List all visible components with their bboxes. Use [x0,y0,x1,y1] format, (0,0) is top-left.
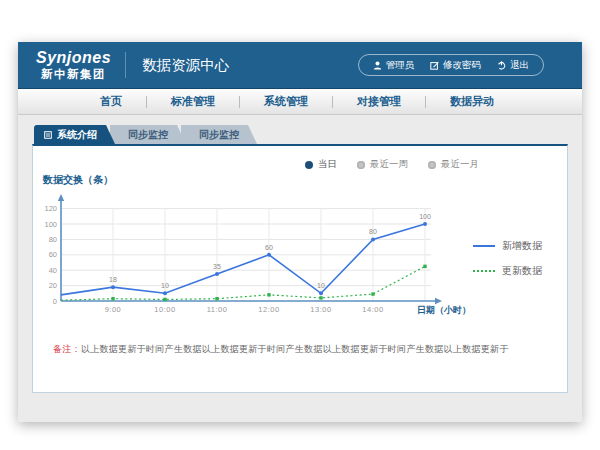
range-filters: 当日最近一周最近一月 [33,146,567,171]
nav-item-1[interactable]: 标准管理 [147,94,239,109]
user-name-item[interactable]: 管理员 [365,59,423,72]
radio-range-0[interactable]: 当日 [305,158,337,171]
radio-label-0: 当日 [318,158,337,171]
content-area: 系统介绍同步监控同步监控 当日最近一周最近一月 数据交换（条） 02040608… [18,115,582,422]
tab-1[interactable]: 同步监控 [110,125,186,144]
data-label: 60 [265,244,273,251]
data-point [163,291,167,295]
footnote: 备注：以上数据更新于时间产生数据以上数据更新于时间产生数据以上数据更新于时间产生… [53,343,567,356]
y-axis-title: 数据交换（条） [43,173,567,187]
radio-label-2: 最近一月 [441,158,479,171]
legend-label-0: 新增数据 [502,239,542,253]
nav-item-0[interactable]: 首页 [76,94,146,109]
data-label: 18 [109,276,117,283]
app-window: Synjones 新中新集团 数据资源中心 管理员 修改密码 [18,42,582,422]
y-axis-arrow [58,194,64,201]
data-point [267,253,271,257]
user-menu: 管理员 修改密码 退出 [358,54,545,76]
tab-doc-icon [44,131,52,139]
nav-item-4[interactable]: 数据异动 [426,94,518,109]
user-name-label: 管理员 [386,59,415,72]
footnote-text: 以上数据更新于时间产生数据以上数据更新于时间产生数据以上数据更新于时间产生数据以… [81,344,509,354]
logo-company: 新中新集团 [36,69,111,81]
x-axis-title: 日期（小时） [417,305,471,315]
tab-0[interactable]: 系统介绍 [34,125,115,144]
data-label: 35 [213,263,221,270]
logout-label: 退出 [510,59,529,72]
power-icon [497,61,506,70]
radio-range-2[interactable]: 最近一月 [428,158,479,171]
data-point [319,296,322,299]
chart-panel: 当日最近一周最近一月 数据交换（条） 0204060801001209:0010… [32,144,568,393]
y-tick-label: 20 [49,281,57,290]
legend-label-1: 更新数据 [502,264,542,278]
series-line-1 [61,266,425,300]
radio-range-1[interactable]: 最近一周 [357,158,408,171]
chart-legend: 新增数据更新数据 [473,239,542,278]
legend-item-1: 更新数据 [473,264,542,278]
x-tick-label: 10:00 [154,305,175,314]
data-point [111,285,115,289]
x-tick-label: 14:00 [362,305,383,314]
tab-bar: 系统介绍同步监控同步监控 [34,125,568,144]
x-tick-label: 11:00 [207,305,228,314]
nav-item-2[interactable]: 系统管理 [240,94,332,109]
edit-icon [430,61,439,70]
y-tick-label: 100 [44,220,57,229]
legend-item-0: 新增数据 [473,239,542,253]
tab-2[interactable]: 同步监控 [181,125,257,144]
data-label: 10 [161,282,169,289]
y-tick-label: 120 [44,204,57,213]
radio-icon [357,161,365,169]
tab-label-2: 同步监控 [199,125,239,144]
app-header: Synjones 新中新集团 数据资源中心 管理员 修改密码 [18,42,582,89]
change-password-button[interactable]: 修改密码 [422,59,489,72]
legend-line-sample [473,245,495,247]
logout-button[interactable]: 退出 [489,59,537,72]
y-tick-label: 60 [49,250,57,259]
data-point [371,237,375,241]
radio-selected-icon [305,161,313,169]
x-tick-label: 9:00 [105,305,122,314]
footnote-label: 备注： [53,344,81,354]
x-axis-arrow [435,298,442,304]
data-point [267,293,270,296]
x-tick-label: 13:00 [310,305,331,314]
data-label: 80 [369,228,377,235]
main-nav: 首页标准管理系统管理对接管理数据异动 [18,89,582,115]
data-point [423,265,426,268]
y-tick-label: 80 [49,235,57,244]
data-label: 100 [419,213,431,220]
tab-label-0: 系统介绍 [57,125,97,144]
radio-icon [428,161,436,169]
data-point [163,298,166,301]
chart-area: 0204060801001209:0010:0011:0012:0013:001… [33,187,567,321]
y-tick-label: 40 [49,266,57,275]
tab-label-1: 同步监控 [128,125,168,144]
legend-line-sample [473,270,495,272]
line-chart: 0204060801001209:0010:0011:0012:0013:001… [37,187,473,321]
page-title: 数据资源中心 [125,52,229,78]
nav-item-3[interactable]: 对接管理 [333,94,425,109]
data-label: 10 [317,282,325,289]
logo: Synjones 新中新集团 [36,50,111,81]
x-tick-label: 12:00 [258,305,279,314]
data-point [319,291,323,295]
y-tick-label: 0 [53,297,57,306]
data-point [423,222,427,226]
logo-brand: Synjones [36,50,111,66]
data-point [371,292,374,295]
data-point [215,272,219,276]
change-password-label: 修改密码 [443,59,481,72]
data-point [111,297,114,300]
data-point [215,297,218,300]
radio-label-1: 最近一周 [370,158,408,171]
user-icon [373,61,382,70]
